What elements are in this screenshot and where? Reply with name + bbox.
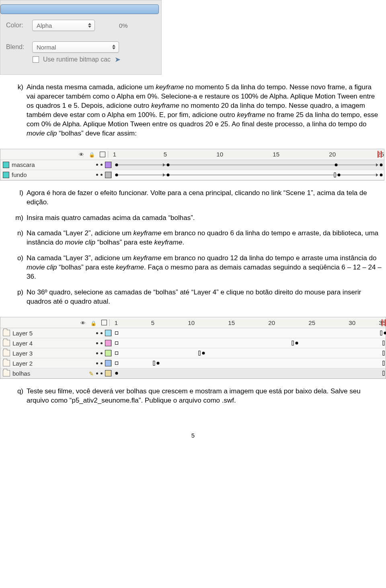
keyframe-bar-icon[interactable] [380, 331, 382, 335]
keyframe-icon[interactable] [202, 352, 205, 355]
keyframe-bar-icon[interactable] [383, 351, 385, 356]
track[interactable] [112, 170, 384, 180]
track[interactable] [112, 160, 384, 170]
frame-ruler[interactable]: 1 5 10 15 20 25 [108, 151, 384, 158]
blank-keyframe-icon[interactable] [115, 341, 118, 345]
folder-icon [3, 360, 10, 366]
outline-icon[interactable] [100, 152, 105, 157]
alpha-percent[interactable]: 0% [119, 22, 128, 29]
keyframe-icon[interactable] [157, 362, 160, 365]
keyframe-bar-icon[interactable] [153, 361, 155, 366]
list-item-q: q) Teste seu filme, você deverá ver bolh… [0, 387, 386, 412]
tween-arrow-icon [376, 163, 378, 167]
color-swatch[interactable] [105, 340, 111, 346]
pencil-icon [89, 370, 94, 377]
layer-name: fundo [12, 171, 94, 178]
keyframe-icon[interactable] [167, 173, 170, 176]
body-text: l) Agora é hora de fazer o efeito funcio… [0, 181, 386, 317]
track[interactable] [112, 358, 386, 368]
lock-dot[interactable] [101, 362, 103, 364]
keyframe-icon[interactable] [115, 173, 118, 176]
layer-type-icon [3, 172, 9, 178]
tween-arrow-icon [376, 173, 378, 177]
list-item-m: m) Insira mais quatro camadas acima da c… [0, 214, 386, 229]
lock-dot[interactable] [101, 372, 103, 374]
outline-icon[interactable] [101, 320, 107, 325]
keyframe-icon[interactable] [296, 342, 298, 345]
keyframe-bar-icon[interactable] [383, 371, 385, 376]
layer-row-2[interactable]: Layer 2 [0, 358, 386, 368]
runtime-row: Use runtime bitmap cac ➤ [33, 55, 156, 64]
color-swatch[interactable] [105, 330, 111, 336]
layer-row-fundo[interactable]: fundo [0, 170, 384, 180]
layer-cell: bolhas [0, 370, 112, 377]
layer-cell: mascara [0, 161, 112, 168]
lock-dot[interactable] [101, 352, 103, 354]
visibility-dot[interactable] [96, 372, 98, 374]
keyframe-icon[interactable] [384, 332, 386, 335]
blank-keyframe-icon[interactable] [115, 331, 118, 335]
visibility-dot[interactable] [96, 362, 98, 364]
keyframe-bar-icon[interactable] [199, 351, 201, 356]
eye-icon[interactable] [79, 151, 84, 158]
keyframe-icon[interactable] [380, 163, 383, 166]
tick-10: 10 [167, 151, 223, 158]
keyframe-icon[interactable] [338, 173, 341, 176]
body-text: q) Teste seu filme, você deverá ver bolh… [0, 379, 386, 416]
layer-row-3[interactable]: Layer 3 [0, 348, 386, 358]
lock-dot[interactable] [101, 332, 103, 334]
keyframe-icon[interactable] [335, 163, 338, 166]
track[interactable] [112, 338, 386, 348]
blend-dropdown[interactable]: Normal [32, 41, 119, 53]
eye-icon[interactable] [80, 319, 86, 326]
track[interactable] [112, 348, 386, 358]
timeline-2: 1 5 10 15 20 25 30 35 Layer 5 Layer 4 [0, 317, 386, 379]
visibility-dot[interactable] [96, 174, 98, 176]
visibility-dot[interactable] [96, 342, 98, 344]
folder-icon [3, 340, 10, 346]
playhead[interactable] [382, 319, 386, 326]
layer-type-icon [3, 162, 9, 168]
lock-dot[interactable] [101, 164, 103, 166]
frame-ruler[interactable]: 1 5 10 15 20 25 30 35 [110, 319, 386, 326]
tick-20: 20 [279, 151, 336, 158]
color-value: Alpha [37, 22, 52, 29]
layer-row-5[interactable]: Layer 5 [0, 328, 386, 338]
runtime-checkbox[interactable] [33, 56, 39, 63]
layer-row-mascara[interactable]: mascara [0, 160, 384, 170]
color-swatch[interactable] [105, 162, 111, 168]
color-swatch[interactable] [105, 360, 111, 366]
keyframe-bar-icon[interactable] [383, 341, 385, 345]
playhead[interactable] [378, 151, 382, 158]
layer-row-bolhas[interactable]: bolhas [0, 368, 386, 378]
keyframe-icon[interactable] [115, 372, 118, 375]
visibility-dot[interactable] [96, 164, 98, 166]
arrow-icon: ➤ [115, 55, 121, 64]
layer-row-4[interactable]: Layer 4 [0, 338, 386, 348]
list-text: Ainda nesta mesma camada, adicione um ke… [27, 83, 382, 138]
folder-icon [3, 350, 10, 356]
visibility-dot[interactable] [96, 352, 98, 354]
keyframe-icon[interactable] [380, 173, 383, 176]
lock-icon[interactable] [89, 151, 95, 158]
list-letter: l) [12, 189, 27, 207]
color-dropdown[interactable]: Alpha [32, 20, 95, 31]
keyframe-bar-icon[interactable] [292, 341, 294, 345]
blank-keyframe-icon[interactable] [115, 352, 118, 355]
color-swatch[interactable] [105, 172, 111, 178]
keyframe-bar-icon[interactable] [383, 361, 385, 366]
chevron-updown-icon [111, 45, 117, 49]
keyframe-icon[interactable] [167, 163, 170, 166]
lock-dot[interactable] [101, 174, 103, 176]
visibility-dot[interactable] [96, 332, 98, 334]
color-swatch[interactable] [105, 370, 111, 376]
list-text: Insira mais quatro camadas acima da cama… [27, 214, 195, 223]
lock-icon[interactable] [90, 319, 96, 326]
lock-dot[interactable] [101, 342, 103, 344]
keyframe-bar-icon[interactable] [334, 173, 336, 177]
color-swatch[interactable] [105, 350, 111, 356]
blank-keyframe-icon[interactable] [115, 362, 118, 365]
track[interactable] [112, 368, 386, 378]
keyframe-icon[interactable] [115, 163, 118, 166]
track[interactable] [112, 328, 386, 338]
